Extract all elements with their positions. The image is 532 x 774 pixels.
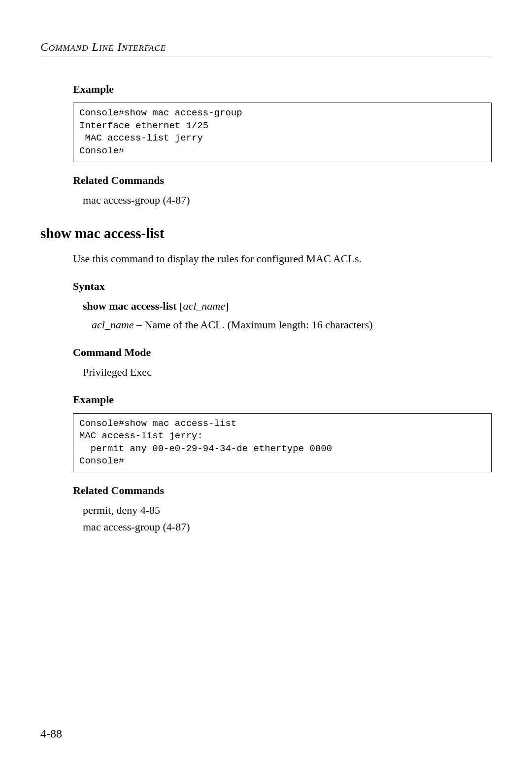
syntax-param: acl_name	[183, 300, 225, 312]
param-desc-text: – Name of the ACL. (Maximum length: 16 c…	[134, 318, 373, 331]
related-item-2a: permit, deny 4-85	[73, 504, 492, 517]
syntax-bracket-open: [	[177, 300, 183, 312]
param-description: acl_name – Name of the ACL. (Maximum len…	[73, 318, 492, 331]
code-block-2: Console#show mac access-list MAC access-…	[73, 413, 492, 473]
example-label-1: Example	[73, 83, 492, 96]
header-rule	[40, 57, 492, 57]
related-item-2b: mac access-group (4-87)	[73, 521, 492, 533]
command-mode-label: Command Mode	[73, 346, 492, 359]
command-heading: show mac access-list	[40, 225, 492, 242]
related-commands-label-1: Related Commands	[73, 174, 492, 187]
param-name: acl_name	[92, 318, 134, 331]
command-description: Use this command to display the rules fo…	[73, 252, 492, 265]
command-mode-value: Privileged Exec	[73, 366, 492, 379]
syntax-bracket-close: ]	[225, 300, 229, 312]
example-label-2: Example	[73, 393, 492, 406]
code-block-1: Console#show mac access-group Interface …	[73, 103, 492, 162]
page-content: Example Console#show mac access-group In…	[40, 83, 492, 533]
related-commands-label-2: Related Commands	[73, 484, 492, 497]
syntax-label: Syntax	[73, 280, 492, 293]
syntax-command: show mac access-list	[83, 300, 177, 312]
page-header-title: Command Line Interface	[40, 40, 492, 54]
page-number: 4-88	[40, 727, 62, 740]
related-item-1: mac access-group (4-87)	[73, 194, 492, 207]
syntax-line: show mac access-list [acl_name]	[73, 300, 492, 313]
